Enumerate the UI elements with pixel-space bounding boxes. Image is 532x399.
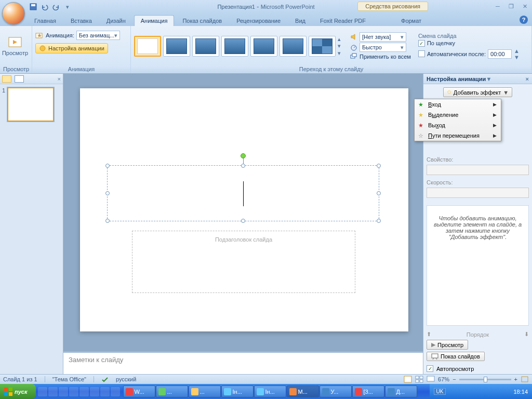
spinner-up-icon[interactable]: ▲ [514,48,520,54]
preview-button[interactable]: Просмотр [3,30,27,63]
menu-entrance[interactable]: ★Вход▶ [415,99,501,110]
reorder-down-icon[interactable]: ⬇ [524,331,529,338]
reorder-up-icon[interactable]: ⬆ [427,331,431,338]
ql-item[interactable] [90,387,99,396]
close-pane-icon[interactable]: × [58,76,61,82]
on-click-checkbox[interactable]: ✓ [418,40,425,47]
office-button[interactable] [2,2,25,25]
slide-thumbnail-1[interactable]: 1 [0,84,63,125]
sound-combo[interactable]: [Нет звука]▾ [360,32,406,42]
zoom-out-icon[interactable]: − [453,376,456,382]
tray-icon[interactable] [467,388,474,395]
slides-tab-icon[interactable] [2,75,11,83]
gallery-more-icon[interactable]: ▾ [338,50,345,57]
resize-handle[interactable] [241,164,245,168]
taskpane-close-icon[interactable]: × [526,76,529,82]
taskbar-item[interactable]: У... [320,385,352,397]
ql-item[interactable] [48,387,58,396]
menu-exit[interactable]: ★Выход▶ [415,120,501,130]
menu-motion[interactable]: ☆Пути перемещения▶ [415,130,501,141]
gallery-down-icon[interactable]: ▾ [338,43,345,49]
view-sorter-icon[interactable] [415,376,423,383]
tray-icon[interactable] [485,388,493,395]
apply-all-button[interactable]: Применить ко всем [350,53,411,60]
zoom-slider[interactable] [459,379,511,380]
taskbar-item[interactable]: Д... [385,385,417,397]
close-button[interactable]: ✕ [521,2,529,10]
transition-2[interactable] [192,36,219,57]
ql-item[interactable] [79,387,89,396]
tab-view[interactable]: Вид [289,16,312,26]
resize-handle[interactable] [377,219,381,223]
taskbar-item[interactable]: Ін... [221,385,254,397]
slideshow-button[interactable]: Показ слайдов [427,352,485,361]
taskbar-item[interactable]: ... [189,385,221,397]
tab-format[interactable]: Формат [395,16,428,26]
resize-handle[interactable] [105,164,110,168]
transition-1[interactable] [163,36,190,57]
menu-emphasis[interactable]: ★Выделение▶ [415,110,501,120]
tray-icon[interactable] [495,388,502,395]
custom-animation-button[interactable]: Настройка анимации [35,43,108,54]
ql-item[interactable] [59,387,68,396]
transition-none[interactable] [134,36,161,57]
play-button[interactable]: ▶Просмотр [427,340,468,350]
resize-handle[interactable] [377,164,381,168]
tab-home[interactable]: Главная [28,16,62,26]
view-normal-icon[interactable] [404,376,412,383]
property-combo[interactable] [427,165,529,175]
autopreview-checkbox[interactable]: ✓ [427,365,433,372]
language-indicator[interactable]: русский [116,376,136,382]
spinner-down-icon[interactable]: ▼ [514,54,520,60]
title-placeholder[interactable] [107,165,379,221]
help-icon[interactable]: ? [520,16,528,24]
taskbar-item[interactable]: М... [287,385,319,397]
speed-combo-pane[interactable] [427,188,529,198]
outline-tab-icon[interactable] [15,75,24,83]
tab-animation[interactable]: Анимация [134,15,175,26]
restore-button[interactable]: ❐ [507,2,515,10]
resize-handle[interactable] [377,191,381,195]
tab-review[interactable]: Рецензирование [230,16,287,26]
tray-icon[interactable] [476,388,483,395]
transition-6[interactable] [309,36,336,57]
resize-handle[interactable] [241,219,245,223]
subtitle-placeholder[interactable]: Подзаголовок слайда [132,231,355,293]
taskbar-item[interactable]: ... [156,385,188,397]
auto-after-time[interactable]: 00:00 [488,49,512,59]
tab-design[interactable]: Дизайн [100,16,132,26]
fit-window-icon[interactable] [521,376,529,383]
transition-4[interactable] [250,36,277,57]
add-effect-button[interactable]: ✩ Добавить эффект ▼ [443,87,512,97]
resize-handle[interactable] [105,219,110,223]
zoom-in-icon[interactable]: + [514,376,517,382]
notes-pane[interactable]: Заметки к слайду [63,351,423,374]
tray-icon[interactable] [448,388,455,395]
taskpane-menu-icon[interactable]: ▼ [486,76,491,82]
undo-icon[interactable] [39,2,50,12]
gallery-up-icon[interactable]: ▴ [338,36,345,43]
tray-icon[interactable] [504,388,511,395]
ql-item[interactable] [100,387,110,396]
taskbar-item[interactable]: [3... [352,385,384,397]
transition-5[interactable] [280,36,307,57]
tray-icon[interactable] [457,388,464,395]
animate-combo[interactable]: Без анимац...▾ [76,31,121,40]
transition-3[interactable] [221,36,248,57]
tab-foxit[interactable]: Foxit Reader PDF [314,16,372,26]
language-bar[interactable]: UK [434,388,446,395]
spellcheck-icon[interactable] [101,376,109,383]
zoom-level[interactable]: 67% [438,376,449,382]
taskbar-item[interactable]: Ін... [254,385,286,397]
ql-item[interactable] [38,387,47,396]
save-icon[interactable] [28,2,38,12]
ql-item[interactable] [69,387,78,396]
ql-item[interactable] [111,387,120,396]
tab-slideshow[interactable]: Показ слайдов [176,16,228,26]
slide-canvas[interactable]: Подзаголовок слайда [63,74,423,351]
qat-dropdown-icon[interactable]: ▾ [62,2,73,12]
start-button[interactable]: пуск [0,384,36,399]
redo-icon[interactable] [51,2,61,12]
tab-insert[interactable]: Вставка [64,16,98,26]
view-slideshow-icon[interactable] [427,376,435,383]
